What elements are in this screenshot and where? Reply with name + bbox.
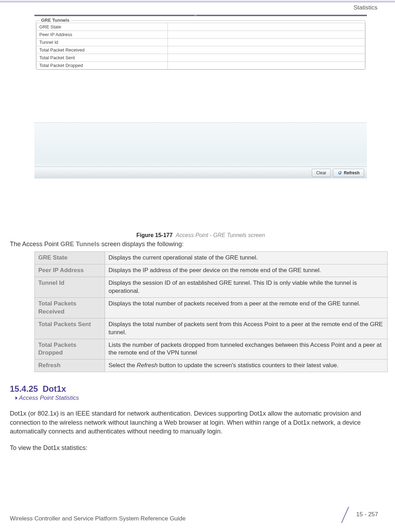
section-heading: 15.4.25 Dot1x xyxy=(10,384,388,394)
figure-title: Access Point - GRE Tunnels screen xyxy=(176,232,265,238)
desc-pre: Select the xyxy=(108,362,137,369)
footer-guide-title: Wireless Controller and Service Platform… xyxy=(10,515,186,522)
row-value xyxy=(168,62,365,69)
term-cell: Total Packets Received xyxy=(35,297,105,318)
table-row: Total Packets Sent Displays the total nu… xyxy=(35,318,388,339)
desc-cell: Displays the total number of packets rec… xyxy=(105,297,388,318)
section-number: 15.4.25 xyxy=(10,384,38,393)
row-value xyxy=(168,31,365,39)
footer-page-number: 15 - 257 xyxy=(338,507,378,522)
term-cell: Total Packets Dropped xyxy=(35,339,105,359)
figure-caption: Figure 15-177 Access Point - GRE Tunnels… xyxy=(34,232,367,238)
row-value xyxy=(168,23,365,31)
breadcrumb-arrow-icon xyxy=(15,396,18,400)
refresh-button-label: Refresh xyxy=(344,170,360,175)
intro-text: The Access Point GRE Tunnels screen disp… xyxy=(10,241,388,248)
desc-cell: Displays the current operational state o… xyxy=(105,252,388,264)
desc-cell: Select the Refresh button to update the … xyxy=(105,359,388,372)
breadcrumb: Access Point Statistics xyxy=(15,395,388,402)
term-cell: Refresh xyxy=(35,359,105,372)
desc-ital: Refresh xyxy=(137,362,158,369)
term-cell: GRE State xyxy=(35,252,105,264)
intro-pre: The Access Point xyxy=(10,241,60,248)
table-row: Total Packets Received Displays the tota… xyxy=(35,297,388,318)
term-cell: Total Packets Sent xyxy=(35,318,105,339)
screenshot-container: GRE Tunnels GRE State Peer IP Address Tu… xyxy=(10,15,388,238)
desc-cell: Lists the number of packets dropped from… xyxy=(105,339,388,359)
table-row: Peer IP Address Displays the IP address … xyxy=(35,264,388,277)
section-title: Dot1x xyxy=(42,384,66,393)
table-row: Total Packet Received xyxy=(37,46,365,54)
refresh-icon xyxy=(337,170,342,175)
table-row: Total Packet Sent xyxy=(37,54,365,62)
desc-post: button to update the screen's statistics… xyxy=(158,362,338,369)
desc-cell: Displays the IP address of the peer devi… xyxy=(105,264,388,277)
fieldset-legend: GRE Tunnels xyxy=(40,18,71,23)
intro-bold: GRE Tunnels xyxy=(60,241,100,248)
body-paragraph-1: Dot1x (or 802.1x) is an IEEE standard fo… xyxy=(10,409,388,436)
page-content: GRE Tunnels GRE State Peer IP Address Tu… xyxy=(0,15,395,452)
row-value xyxy=(168,46,365,54)
row-value xyxy=(168,54,365,62)
gre-tunnels-fieldset: GRE Tunnels GRE State Peer IP Address Tu… xyxy=(36,20,366,70)
screenshot-top-border xyxy=(34,15,367,16)
row-value xyxy=(168,39,365,46)
field-description-table: GRE State Displays the current operation… xyxy=(34,251,388,372)
gre-tunnels-screenshot: GRE Tunnels GRE State Peer IP Address Tu… xyxy=(34,15,367,230)
row-label: Total Packet Sent xyxy=(37,54,168,62)
clear-button[interactable]: Clear xyxy=(312,169,331,177)
page-header: Statistics xyxy=(0,3,395,15)
screenshot-lower-panel: Clear Refresh xyxy=(34,122,367,179)
table-row: GRE State Displays the current operation… xyxy=(35,252,388,264)
page-slash-icon xyxy=(338,507,353,522)
page-footer: Wireless Controller and Service Platform… xyxy=(10,507,378,522)
row-label: Total Packet Dropped xyxy=(37,62,168,69)
table-row: Total Packet Dropped xyxy=(37,62,365,69)
row-label: Peer IP Address xyxy=(37,31,168,39)
table-row: Tunnel Id Displays the session ID of an … xyxy=(35,277,388,297)
figure-number: Figure 15-177 xyxy=(136,232,172,238)
table-row: Tunnel Id xyxy=(37,39,365,46)
row-label: Total Packet Received xyxy=(37,46,168,54)
desc-cell: Displays the total number of packets sen… xyxy=(105,318,388,339)
page-number-text: 15 - 257 xyxy=(356,511,378,518)
button-bar: Clear Refresh xyxy=(34,167,367,179)
desc-cell: Displays the session ID of an establishe… xyxy=(105,277,388,297)
row-label: GRE State xyxy=(37,23,168,31)
breadcrumb-text: Access Point Statistics xyxy=(19,395,79,402)
row-label: Tunnel Id xyxy=(37,39,168,46)
term-cell: Tunnel Id xyxy=(35,277,105,297)
section-label: Statistics xyxy=(354,4,377,11)
term-cell: Peer IP Address xyxy=(35,264,105,277)
top-accent-bar xyxy=(0,0,395,2)
gre-properties-table: GRE State Peer IP Address Tunnel Id Tota… xyxy=(36,23,365,69)
refresh-button[interactable]: Refresh xyxy=(333,169,364,177)
body-paragraph-2: To view the Dot1x statistics: xyxy=(10,444,388,452)
intro-post: screen displays the following: xyxy=(100,241,184,248)
table-row: Peer IP Address xyxy=(37,31,365,39)
table-row: Total Packets Dropped Lists the number o… xyxy=(35,339,388,359)
table-row: Refresh Select the Refresh button to upd… xyxy=(35,359,388,372)
clear-button-label: Clear xyxy=(316,170,327,175)
table-row: GRE State xyxy=(37,23,365,31)
